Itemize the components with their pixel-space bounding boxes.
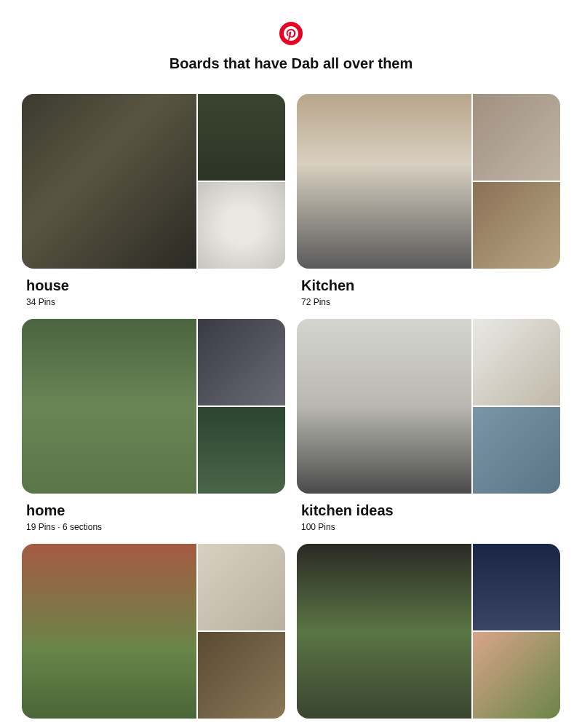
- board-meta: 100 Pins: [301, 522, 556, 532]
- board-image-side-2: [198, 632, 285, 719]
- board-card-garden[interactable]: Idee giardino moderno: [22, 544, 285, 728]
- page-title: Boards that have Dab all over them: [170, 55, 413, 72]
- board-image-side-1: [198, 544, 285, 630]
- board-image-side-2: [473, 407, 560, 494]
- board-image-side-1: [473, 319, 560, 405]
- board-card-house-ideas[interactable]: House ideas: [297, 544, 560, 728]
- board-name: kitchen ideas: [301, 502, 556, 519]
- board-card-house[interactable]: house 34 Pins: [22, 94, 285, 307]
- board-images: [297, 544, 560, 719]
- board-name: Kitchen: [301, 277, 556, 294]
- board-image-main: [22, 319, 196, 494]
- board-info: Kitchen 72 Pins: [297, 269, 560, 307]
- pinterest-logo-icon[interactable]: [279, 22, 303, 45]
- board-image-side-2: [473, 632, 560, 719]
- board-image-main: [297, 544, 471, 719]
- board-images: [22, 319, 285, 494]
- board-image-side-1: [198, 94, 285, 181]
- board-info: home 19 Pins · 6 sections: [22, 494, 285, 532]
- board-name: home: [26, 502, 281, 519]
- board-images: [297, 94, 560, 269]
- board-image-main: [297, 94, 471, 269]
- board-image-main: [22, 544, 196, 719]
- board-image-side-1: [473, 544, 560, 630]
- board-card-kitchen[interactable]: Kitchen 72 Pins: [297, 94, 560, 307]
- board-card-kitchen-ideas[interactable]: kitchen ideas 100 Pins: [297, 319, 560, 532]
- board-info: House ideas: [297, 719, 560, 728]
- board-images: [22, 94, 285, 269]
- board-image-side-2: [198, 407, 285, 494]
- boards-grid: house 34 Pins Kitchen 72 Pins home 19 Pi…: [0, 87, 582, 728]
- board-images: [22, 544, 285, 719]
- board-image-side-2: [473, 182, 560, 269]
- board-image-side-2: [198, 182, 285, 269]
- board-meta: 19 Pins · 6 sections: [26, 522, 281, 532]
- board-meta: 34 Pins: [26, 297, 281, 307]
- board-info: house 34 Pins: [22, 269, 285, 307]
- pinterest-icon: [284, 26, 298, 41]
- board-image-side-1: [473, 94, 560, 181]
- header: Boards that have Dab all over them: [0, 0, 582, 87]
- board-image-side-1: [198, 319, 285, 405]
- board-image-main: [22, 94, 196, 269]
- board-info: kitchen ideas 100 Pins: [297, 494, 560, 532]
- board-name: house: [26, 277, 281, 294]
- board-images: [297, 319, 560, 494]
- board-meta: 72 Pins: [301, 297, 556, 307]
- board-info: Idee giardino moderno: [22, 719, 285, 728]
- board-image-main: [297, 319, 471, 494]
- board-card-home[interactable]: home 19 Pins · 6 sections: [22, 319, 285, 532]
